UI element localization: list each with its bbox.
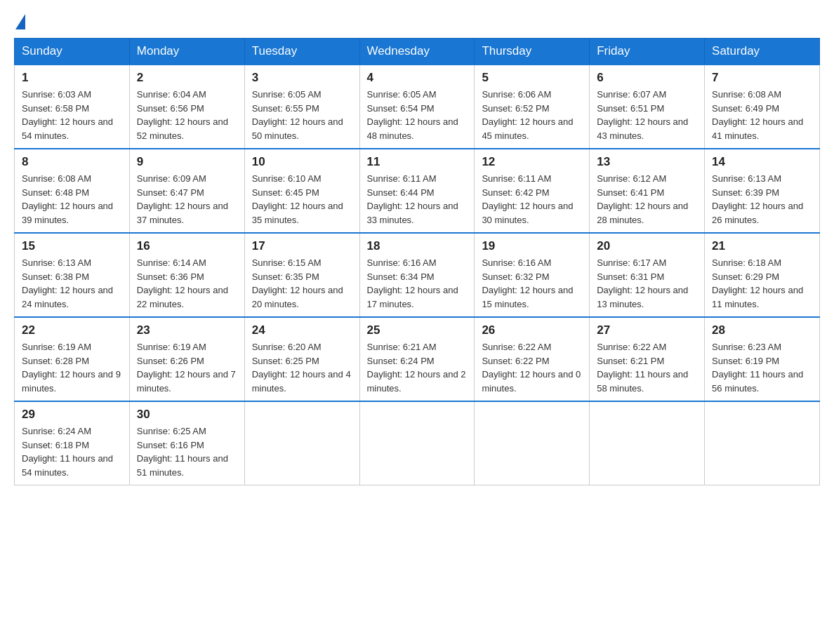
- weekday-header-row: SundayMondayTuesdayWednesdayThursdayFrid…: [15, 39, 820, 65]
- day-info: Sunrise: 6:19 AMSunset: 6:28 PMDaylight:…: [22, 342, 121, 394]
- weekday-header-saturday: Saturday: [705, 39, 820, 65]
- calendar-cell: 12 Sunrise: 6:11 AMSunset: 6:42 PMDaylig…: [475, 149, 590, 233]
- weekday-header-monday: Monday: [129, 39, 244, 65]
- calendar-cell: 5 Sunrise: 6:06 AMSunset: 6:52 PMDayligh…: [475, 65, 590, 149]
- day-info: Sunrise: 6:16 AMSunset: 6:32 PMDaylight:…: [482, 257, 573, 309]
- weekday-header-sunday: Sunday: [15, 39, 130, 65]
- calendar-cell: 26 Sunrise: 6:22 AMSunset: 6:22 PMDaylig…: [475, 317, 590, 401]
- week-row-3: 15 Sunrise: 6:13 AMSunset: 6:38 PMDaylig…: [15, 233, 820, 317]
- day-info: Sunrise: 6:06 AMSunset: 6:52 PMDaylight:…: [482, 89, 573, 141]
- calendar-table: SundayMondayTuesdayWednesdayThursdayFrid…: [14, 38, 820, 485]
- day-info: Sunrise: 6:11 AMSunset: 6:44 PMDaylight:…: [367, 173, 458, 225]
- day-number: 14: [712, 155, 812, 169]
- calendar-cell: 6 Sunrise: 6:07 AMSunset: 6:51 PMDayligh…: [590, 65, 705, 149]
- logo: [14, 14, 25, 27]
- day-info: Sunrise: 6:21 AMSunset: 6:24 PMDaylight:…: [367, 342, 466, 394]
- day-info: Sunrise: 6:25 AMSunset: 6:16 PMDaylight:…: [137, 426, 228, 478]
- day-number: 26: [482, 323, 582, 337]
- day-number: 18: [367, 239, 468, 253]
- day-number: 12: [482, 155, 582, 169]
- day-info: Sunrise: 6:13 AMSunset: 6:38 PMDaylight:…: [22, 257, 113, 309]
- calendar-cell: 23 Sunrise: 6:19 AMSunset: 6:26 PMDaylig…: [129, 317, 244, 401]
- calendar-cell: 10 Sunrise: 6:10 AMSunset: 6:45 PMDaylig…: [244, 149, 359, 233]
- day-number: 6: [597, 71, 697, 85]
- day-number: 13: [597, 155, 697, 169]
- day-number: 25: [367, 323, 468, 337]
- calendar-cell: 4 Sunrise: 6:05 AMSunset: 6:54 PMDayligh…: [359, 65, 475, 149]
- calendar-cell: 29 Sunrise: 6:24 AMSunset: 6:18 PMDaylig…: [15, 401, 130, 485]
- day-number: 19: [482, 239, 582, 253]
- calendar-cell: 19 Sunrise: 6:16 AMSunset: 6:32 PMDaylig…: [475, 233, 590, 317]
- day-number: 16: [137, 239, 237, 253]
- day-info: Sunrise: 6:04 AMSunset: 6:56 PMDaylight:…: [137, 89, 228, 141]
- day-number: 27: [597, 323, 697, 337]
- calendar-cell: 21 Sunrise: 6:18 AMSunset: 6:29 PMDaylig…: [705, 233, 820, 317]
- day-info: Sunrise: 6:20 AMSunset: 6:25 PMDaylight:…: [252, 342, 351, 394]
- day-number: 24: [252, 323, 352, 337]
- calendar-cell: 20 Sunrise: 6:17 AMSunset: 6:31 PMDaylig…: [590, 233, 705, 317]
- day-number: 8: [22, 155, 122, 169]
- calendar-cell: 13 Sunrise: 6:12 AMSunset: 6:41 PMDaylig…: [590, 149, 705, 233]
- day-info: Sunrise: 6:22 AMSunset: 6:22 PMDaylight:…: [482, 342, 581, 394]
- day-info: Sunrise: 6:19 AMSunset: 6:26 PMDaylight:…: [137, 342, 236, 394]
- calendar-cell: 9 Sunrise: 6:09 AMSunset: 6:47 PMDayligh…: [129, 149, 244, 233]
- calendar-cell: 8 Sunrise: 6:08 AMSunset: 6:48 PMDayligh…: [15, 149, 130, 233]
- day-number: 3: [252, 71, 352, 85]
- day-info: Sunrise: 6:08 AMSunset: 6:49 PMDaylight:…: [712, 89, 803, 141]
- calendar-cell: 17 Sunrise: 6:15 AMSunset: 6:35 PMDaylig…: [244, 233, 359, 317]
- week-row-4: 22 Sunrise: 6:19 AMSunset: 6:28 PMDaylig…: [15, 317, 820, 401]
- day-number: 7: [712, 71, 812, 85]
- day-info: Sunrise: 6:17 AMSunset: 6:31 PMDaylight:…: [597, 257, 688, 309]
- calendar-cell: 22 Sunrise: 6:19 AMSunset: 6:28 PMDaylig…: [15, 317, 130, 401]
- calendar-cell: 7 Sunrise: 6:08 AMSunset: 6:49 PMDayligh…: [705, 65, 820, 149]
- day-number: 22: [22, 323, 122, 337]
- day-info: Sunrise: 6:18 AMSunset: 6:29 PMDaylight:…: [712, 257, 803, 309]
- day-info: Sunrise: 6:13 AMSunset: 6:39 PMDaylight:…: [712, 173, 803, 225]
- calendar-cell: 11 Sunrise: 6:11 AMSunset: 6:44 PMDaylig…: [359, 149, 475, 233]
- day-number: 28: [712, 323, 812, 337]
- calendar-cell: 1 Sunrise: 6:03 AMSunset: 6:58 PMDayligh…: [15, 65, 130, 149]
- day-info: Sunrise: 6:23 AMSunset: 6:19 PMDaylight:…: [712, 342, 803, 394]
- day-info: Sunrise: 6:24 AMSunset: 6:18 PMDaylight:…: [22, 426, 113, 478]
- day-info: Sunrise: 6:12 AMSunset: 6:41 PMDaylight:…: [597, 173, 688, 225]
- calendar-cell: 3 Sunrise: 6:05 AMSunset: 6:55 PMDayligh…: [244, 65, 359, 149]
- weekday-header-thursday: Thursday: [475, 39, 590, 65]
- day-info: Sunrise: 6:09 AMSunset: 6:47 PMDaylight:…: [137, 173, 228, 225]
- day-number: 1: [22, 71, 122, 85]
- week-row-2: 8 Sunrise: 6:08 AMSunset: 6:48 PMDayligh…: [15, 149, 820, 233]
- day-number: 30: [137, 408, 237, 422]
- day-info: Sunrise: 6:14 AMSunset: 6:36 PMDaylight:…: [137, 257, 228, 309]
- day-info: Sunrise: 6:03 AMSunset: 6:58 PMDaylight:…: [22, 89, 113, 141]
- calendar-cell: [705, 401, 820, 485]
- calendar-cell: 14 Sunrise: 6:13 AMSunset: 6:39 PMDaylig…: [705, 149, 820, 233]
- week-row-1: 1 Sunrise: 6:03 AMSunset: 6:58 PMDayligh…: [15, 65, 820, 149]
- calendar-cell: 25 Sunrise: 6:21 AMSunset: 6:24 PMDaylig…: [359, 317, 475, 401]
- weekday-header-tuesday: Tuesday: [244, 39, 359, 65]
- calendar-cell: 27 Sunrise: 6:22 AMSunset: 6:21 PMDaylig…: [590, 317, 705, 401]
- page-header: [14, 14, 820, 27]
- calendar-cell: 30 Sunrise: 6:25 AMSunset: 6:16 PMDaylig…: [129, 401, 244, 485]
- calendar-cell: [475, 401, 590, 485]
- day-info: Sunrise: 6:07 AMSunset: 6:51 PMDaylight:…: [597, 89, 688, 141]
- day-number: 20: [597, 239, 697, 253]
- day-info: Sunrise: 6:22 AMSunset: 6:21 PMDaylight:…: [597, 342, 688, 394]
- day-number: 15: [22, 239, 122, 253]
- calendar-cell: [590, 401, 705, 485]
- week-row-5: 29 Sunrise: 6:24 AMSunset: 6:18 PMDaylig…: [15, 401, 820, 485]
- logo-triangle-icon: [15, 14, 25, 29]
- calendar-cell: 24 Sunrise: 6:20 AMSunset: 6:25 PMDaylig…: [244, 317, 359, 401]
- calendar-cell: [244, 401, 359, 485]
- day-number: 11: [367, 155, 468, 169]
- calendar-cell: 18 Sunrise: 6:16 AMSunset: 6:34 PMDaylig…: [359, 233, 475, 317]
- day-number: 23: [137, 323, 237, 337]
- day-number: 5: [482, 71, 582, 85]
- calendar-cell: 15 Sunrise: 6:13 AMSunset: 6:38 PMDaylig…: [15, 233, 130, 317]
- calendar-cell: [359, 401, 475, 485]
- day-info: Sunrise: 6:08 AMSunset: 6:48 PMDaylight:…: [22, 173, 113, 225]
- day-info: Sunrise: 6:11 AMSunset: 6:42 PMDaylight:…: [482, 173, 573, 225]
- day-number: 21: [712, 239, 812, 253]
- weekday-header-friday: Friday: [590, 39, 705, 65]
- day-number: 4: [367, 71, 468, 85]
- calendar-cell: 2 Sunrise: 6:04 AMSunset: 6:56 PMDayligh…: [129, 65, 244, 149]
- weekday-header-wednesday: Wednesday: [359, 39, 475, 65]
